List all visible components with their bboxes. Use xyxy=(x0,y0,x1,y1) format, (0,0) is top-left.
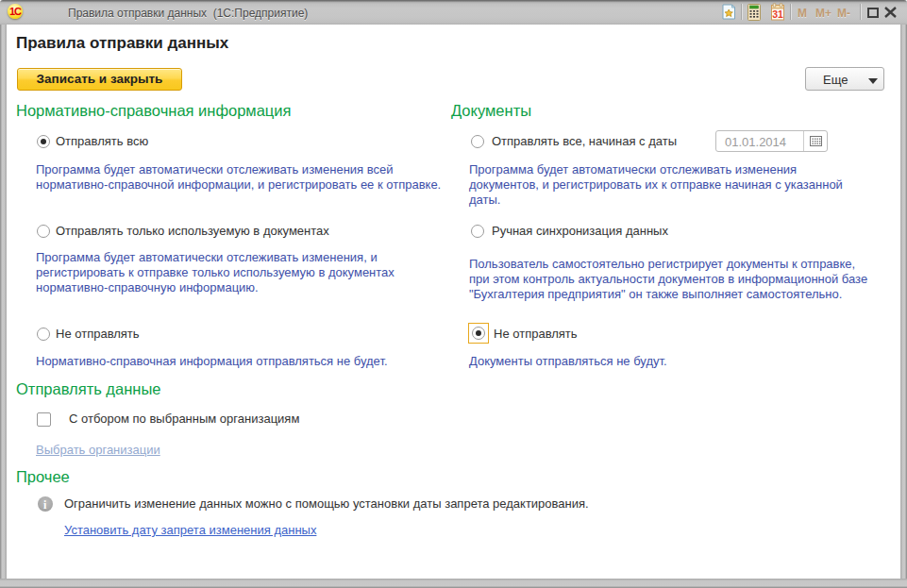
svg-text:31: 31 xyxy=(772,8,783,20)
